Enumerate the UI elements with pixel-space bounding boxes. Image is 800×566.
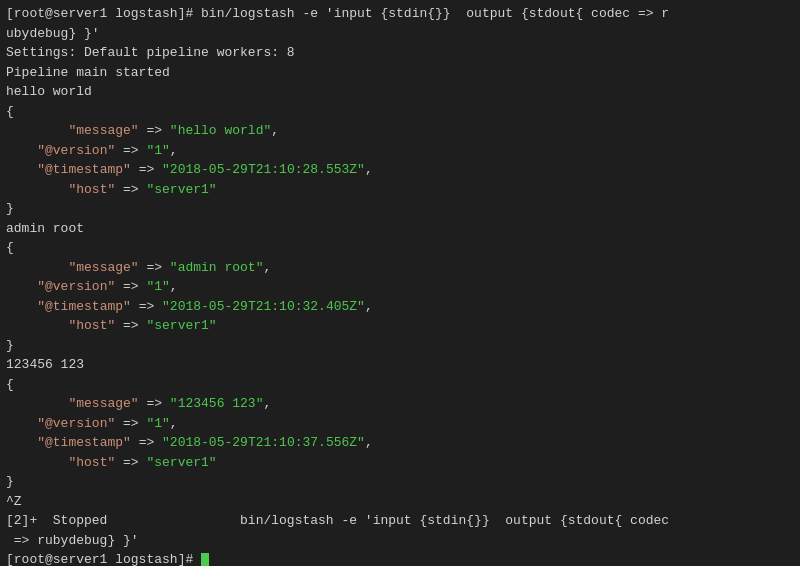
terminal-text: "1" xyxy=(146,279,169,294)
terminal-text: , xyxy=(263,260,271,275)
terminal-text: , xyxy=(263,396,271,411)
terminal-line: "host" => "server1" xyxy=(6,453,794,473)
terminal-text: } xyxy=(6,201,14,216)
terminal-text: } xyxy=(6,338,14,353)
terminal-text: , xyxy=(271,123,279,138)
terminal-text: "123456 123" xyxy=(170,396,264,411)
terminal-line: { xyxy=(6,375,794,395)
terminal-text xyxy=(6,260,68,275)
terminal-text: , xyxy=(365,435,373,450)
terminal-text: "@version" xyxy=(37,416,115,431)
terminal-line: ^Z xyxy=(6,492,794,512)
terminal-text xyxy=(6,455,68,470)
terminal-text: "message" xyxy=(68,260,138,275)
terminal-text xyxy=(6,162,37,177)
terminal-text: , xyxy=(170,416,178,431)
terminal-line: Pipeline main started xyxy=(6,63,794,83)
terminal-text: "2018-05-29T21:10:28.553Z" xyxy=(162,162,365,177)
terminal-text: Settings: Default pipeline workers: 8 xyxy=(6,45,295,60)
terminal-text: ^Z xyxy=(6,494,22,509)
terminal-text: "server1" xyxy=(146,455,216,470)
terminal-text xyxy=(6,396,68,411)
terminal-text: , xyxy=(170,143,178,158)
terminal-line: [root@server1 logstash]# bin/logstash -e… xyxy=(6,4,794,24)
terminal-text: => xyxy=(115,143,146,158)
terminal-text: "@version" xyxy=(37,143,115,158)
terminal-line: "@version" => "1", xyxy=(6,414,794,434)
terminal-line: admin root xyxy=(6,219,794,239)
terminal-text: "1" xyxy=(146,143,169,158)
terminal-text: { xyxy=(6,377,14,392)
terminal-text: => xyxy=(115,416,146,431)
terminal-text: => xyxy=(115,182,146,197)
terminal-cursor xyxy=(201,553,209,566)
terminal-text: admin root xyxy=(6,221,84,236)
terminal-text: => xyxy=(131,435,162,450)
terminal-text: [root@server1 logstash]# xyxy=(6,552,201,566)
terminal-text: } xyxy=(6,474,14,489)
terminal-line: } xyxy=(6,199,794,219)
terminal-text: , xyxy=(365,162,373,177)
terminal-text: "@timestamp" xyxy=(37,162,131,177)
terminal-text: "1" xyxy=(146,416,169,431)
terminal-text: "host" xyxy=(68,182,115,197)
terminal-line: 123456 123 xyxy=(6,355,794,375)
terminal-text: "server1" xyxy=(146,318,216,333)
terminal-text: "host" xyxy=(68,318,115,333)
terminal-text: [2]+ Stopped bin/logstash -e 'input {std… xyxy=(6,513,669,528)
terminal-line: [root@server1 logstash]# xyxy=(6,550,794,566)
terminal-text: "host" xyxy=(68,455,115,470)
terminal-text: 123456 123 xyxy=(6,357,84,372)
terminal-text xyxy=(6,143,37,158)
terminal-text: { xyxy=(6,240,14,255)
terminal-window[interactable]: [root@server1 logstash]# bin/logstash -e… xyxy=(0,0,800,566)
terminal-text: ubydebug} }' xyxy=(6,26,100,41)
terminal-line: "message" => "123456 123", xyxy=(6,394,794,414)
terminal-text: Pipeline main started xyxy=(6,65,170,80)
terminal-text: => xyxy=(115,279,146,294)
terminal-text: hello world xyxy=(6,84,92,99)
terminal-text: "server1" xyxy=(146,182,216,197)
terminal-text xyxy=(6,299,37,314)
terminal-text: [root@server1 logstash]# bin/logstash -e… xyxy=(6,6,669,21)
terminal-text xyxy=(6,123,68,138)
terminal-text xyxy=(6,182,68,197)
terminal-line: "message" => "hello world", xyxy=(6,121,794,141)
terminal-text: => xyxy=(139,396,170,411)
terminal-line: Settings: Default pipeline workers: 8 xyxy=(6,43,794,63)
terminal-line: "host" => "server1" xyxy=(6,180,794,200)
terminal-text: "2018-05-29T21:10:32.405Z" xyxy=(162,299,365,314)
terminal-line: } xyxy=(6,336,794,356)
terminal-line: { xyxy=(6,102,794,122)
terminal-line: } xyxy=(6,472,794,492)
terminal-text: "@timestamp" xyxy=(37,435,131,450)
terminal-text: "@timestamp" xyxy=(37,299,131,314)
terminal-text: "2018-05-29T21:10:37.556Z" xyxy=(162,435,365,450)
terminal-line: "@version" => "1", xyxy=(6,141,794,161)
terminal-text: { xyxy=(6,104,14,119)
terminal-text: "admin root" xyxy=(170,260,264,275)
terminal-text: => xyxy=(131,162,162,177)
terminal-text xyxy=(6,435,37,450)
terminal-text: "@version" xyxy=(37,279,115,294)
terminal-text: => xyxy=(139,123,170,138)
terminal-text: => xyxy=(115,318,146,333)
terminal-text: "message" xyxy=(68,123,138,138)
terminal-line: "host" => "server1" xyxy=(6,316,794,336)
terminal-line: => rubydebug} }' xyxy=(6,531,794,551)
terminal-text: , xyxy=(170,279,178,294)
terminal-text: => xyxy=(139,260,170,275)
terminal-line: [2]+ Stopped bin/logstash -e 'input {std… xyxy=(6,511,794,531)
terminal-line: { xyxy=(6,238,794,258)
terminal-text: "message" xyxy=(68,396,138,411)
terminal-text xyxy=(6,416,37,431)
terminal-line: ubydebug} }' xyxy=(6,24,794,44)
terminal-text xyxy=(6,318,68,333)
terminal-text: => xyxy=(115,455,146,470)
terminal-text xyxy=(6,279,37,294)
terminal-line: "@timestamp" => "2018-05-29T21:10:32.405… xyxy=(6,297,794,317)
terminal-text: "hello world" xyxy=(170,123,271,138)
terminal-text: , xyxy=(365,299,373,314)
terminal-line: "message" => "admin root", xyxy=(6,258,794,278)
terminal-line: hello world xyxy=(6,82,794,102)
